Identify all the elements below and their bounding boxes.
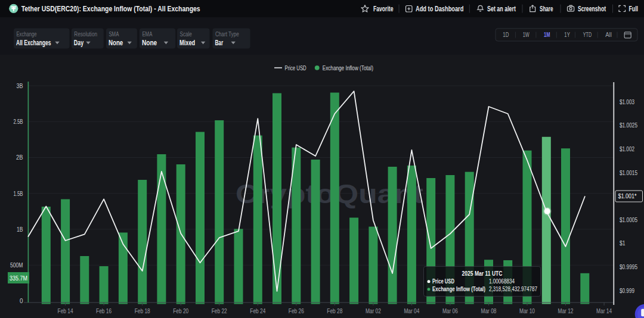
svg-text:$0.999: $0.999: [620, 287, 634, 294]
svg-text:1D: 1D: [503, 31, 509, 38]
svg-text:Day: Day: [74, 39, 83, 47]
svg-text:Mar 02: Mar 02: [366, 307, 381, 314]
svg-text:Mar 08: Mar 08: [481, 307, 497, 314]
svg-text:SMA: SMA: [109, 31, 119, 38]
svg-text:$0.9995: $0.9995: [620, 263, 637, 270]
svg-text:$1.0015: $1.0015: [620, 169, 637, 176]
svg-text:Resolution: Resolution: [74, 31, 97, 38]
svg-text:2,318,528,432.974787: 2,318,528,432.974787: [489, 285, 537, 292]
svg-text:0: 0: [20, 297, 23, 304]
svg-text:Screenshot: Screenshot: [578, 5, 606, 13]
svg-text:Exchange: Exchange: [17, 31, 37, 38]
svg-text:Mixed: Mixed: [179, 39, 195, 47]
svg-text:Set an alert: Set an alert: [487, 5, 516, 13]
svg-text:YTD: YTD: [583, 31, 592, 38]
svg-text:1B: 1B: [17, 226, 23, 233]
svg-text:Mar 14: Mar 14: [596, 307, 612, 314]
svg-text:$1: $1: [620, 239, 626, 247]
svg-text:None: None: [142, 39, 157, 47]
svg-text:Share: Share: [540, 5, 553, 13]
svg-text:335.7M: 335.7M: [10, 275, 27, 282]
svg-text:1W: 1W: [523, 31, 530, 38]
svg-text:EMA: EMA: [142, 31, 152, 38]
svg-text:Price USD: Price USD: [285, 64, 306, 71]
svg-text:1M: 1M: [544, 31, 550, 38]
svg-text:All Exchanges: All Exchanges: [16, 39, 51, 47]
svg-text:$1.002: $1.002: [620, 145, 634, 152]
svg-text:Feb 28: Feb 28: [327, 307, 342, 314]
svg-text:Full: Full: [629, 5, 639, 13]
svg-text:Mar 06: Mar 06: [442, 307, 458, 314]
svg-text:Price USD: Price USD: [432, 278, 454, 285]
svg-text:Exchange Inflow (Total): Exchange Inflow (Total): [432, 285, 485, 292]
svg-text:$1.0025: $1.0025: [620, 121, 637, 129]
svg-text:Scale: Scale: [180, 31, 193, 38]
svg-text:Chart Type: Chart Type: [215, 31, 239, 38]
svg-text:$1.001*: $1.001*: [618, 192, 637, 199]
svg-text:None: None: [109, 39, 123, 47]
svg-text:Mar 10: Mar 10: [519, 307, 535, 314]
svg-text:Feb 14: Feb 14: [58, 307, 73, 314]
svg-text:Feb 24: Feb 24: [250, 307, 265, 314]
svg-text:Feb 20: Feb 20: [173, 307, 188, 314]
svg-text:$1.0005: $1.0005: [620, 216, 637, 223]
svg-text:Mar 04: Mar 04: [404, 307, 419, 314]
svg-text:Exchange Inflow (Total): Exchange Inflow (Total): [323, 64, 373, 71]
svg-text:Feb 16: Feb 16: [96, 307, 112, 314]
svg-text:1.5B: 1.5B: [14, 190, 23, 197]
svg-text:All: All: [605, 31, 612, 38]
svg-text:Add to Dashboard: Add to Dashboard: [416, 5, 463, 13]
svg-text:$1.003: $1.003: [620, 98, 634, 105]
svg-text:1Y: 1Y: [564, 31, 570, 38]
svg-text:2025 Mar 11 UTC: 2025 Mar 11 UTC: [462, 270, 503, 277]
svg-text:1.00068834: 1.00068834: [489, 278, 515, 285]
svg-text:Tether USD(ERC20): Exchange In: Tether USD(ERC20): Exchange Inflow (Tota…: [21, 4, 200, 13]
svg-text:Favorite: Favorite: [373, 5, 394, 13]
svg-text:Mar 12: Mar 12: [558, 307, 574, 314]
svg-text:500M: 500M: [10, 261, 23, 269]
svg-text:3B: 3B: [17, 82, 23, 89]
svg-text:Bar: Bar: [215, 39, 223, 47]
svg-text:Feb 26: Feb 26: [289, 307, 304, 314]
svg-text:Feb 22: Feb 22: [212, 307, 227, 314]
svg-text:Feb 18: Feb 18: [135, 307, 150, 314]
svg-text:2B: 2B: [16, 154, 23, 161]
svg-text:2.5B: 2.5B: [14, 118, 23, 125]
